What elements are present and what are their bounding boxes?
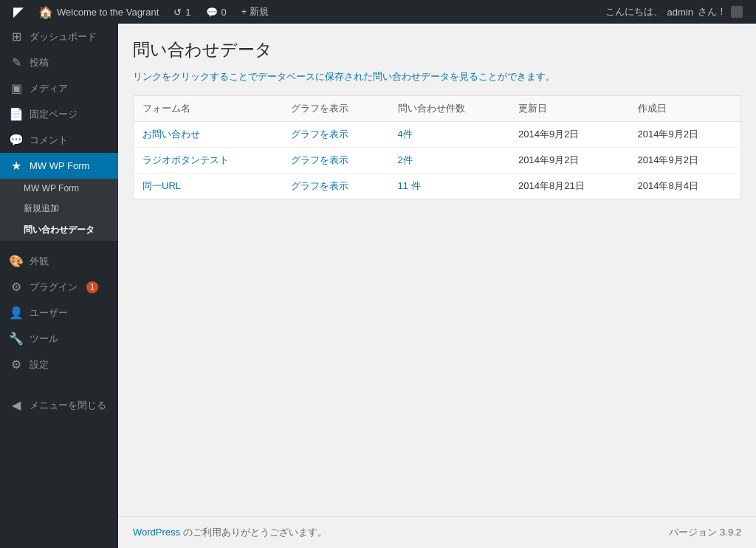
sidebar-item-tools[interactable]: 🔧 ツール — [0, 326, 118, 352]
posts-label: 投稿 — [30, 56, 49, 69]
submenu-inquiry-data[interactable]: 問い合わせデータ — [0, 219, 118, 241]
new-post-bar[interactable]: + 新規 — [234, 0, 276, 24]
media-icon: ▣ — [9, 81, 24, 95]
cell-created: 2014年9月2日 — [629, 148, 741, 174]
table-row: 同一URL グラフを表示 11 件 2014年8月21日 2014年8月4日 — [134, 174, 741, 199]
settings-label: 設定 — [30, 358, 49, 371]
collapse-label: メニューを閉じる — [30, 399, 106, 412]
inquiry-table: フォーム名 グラフを表示 問い合わせ件数 更新日 作成日 — [133, 95, 741, 199]
updates-bar[interactable]: ↺ 1 — [166, 0, 198, 24]
sidebar-collapse[interactable]: ◀ メニューを閉じる — [0, 392, 118, 418]
plugins-badge: 1 — [86, 281, 98, 293]
mwwpform-submenu: MW WP Form 新規追加 問い合わせデータ — [0, 179, 118, 241]
avatar — [731, 6, 743, 18]
collapse-icon: ◀ — [9, 398, 24, 412]
comments-label: コメント — [30, 134, 68, 147]
graph-link[interactable]: グラフを表示 — [291, 129, 348, 140]
cell-form-name: 同一URL — [134, 174, 282, 199]
table-body: お問い合わせ グラフを表示 4件 2014年9月2日 2014年9月2日 ラジオ… — [134, 122, 741, 199]
sidebar-item-plugins[interactable]: ⚙ プラグイン 1 — [0, 274, 118, 300]
home-icon: 🏠 — [38, 5, 53, 19]
cell-count: 4件 — [389, 122, 509, 148]
col-form-name: フォーム名 — [134, 96, 282, 122]
new-label: + 新規 — [241, 5, 269, 18]
cell-updated: 2014年9月2日 — [509, 122, 629, 148]
pages-label: 固定ページ — [30, 108, 78, 121]
count-link[interactable]: 4件 — [398, 129, 413, 140]
greeting-text: こんにちは、 — [605, 5, 663, 18]
sidebar-item-comments[interactable]: 💬 コメント — [0, 127, 118, 153]
form-name-link[interactable]: 同一URL — [142, 180, 181, 191]
description-text: リンクをクリックすることでデータベースに保存された問い合わせデータを見ることがで… — [133, 70, 741, 83]
footer: WordPress のご利用ありがとうございます。 バージョン 3.9.2 — [118, 516, 756, 548]
page-title: 問い合わせデータ — [133, 38, 741, 61]
cell-count: 11 件 — [389, 174, 509, 199]
cell-graph: グラフを表示 — [282, 122, 389, 148]
sidebar-item-dashboard[interactable]: ⊞ ダッシュボード — [0, 24, 118, 49]
cell-form-name: お問い合わせ — [134, 122, 282, 148]
cell-updated: 2014年9月2日 — [509, 148, 629, 174]
appearance-label: 外観 — [30, 255, 49, 268]
site-name-label: Welcome to the Vagrant — [57, 7, 159, 18]
cell-graph: グラフを表示 — [282, 148, 389, 174]
cell-created: 2014年9月2日 — [629, 122, 741, 148]
dashboard-icon: ⊞ — [9, 30, 24, 44]
footer-left: WordPress のご利用ありがとうございます。 — [133, 526, 327, 539]
table-header-row: フォーム名 グラフを表示 問い合わせ件数 更新日 作成日 — [134, 96, 741, 122]
tools-label: ツール — [30, 332, 58, 346]
graph-link[interactable]: グラフを表示 — [291, 180, 348, 191]
comments-count: 0 — [221, 7, 227, 18]
cell-created: 2014年8月4日 — [629, 174, 741, 199]
cell-count: 2件 — [389, 148, 509, 174]
plugins-icon: ⚙ — [9, 280, 24, 294]
cell-graph: グラフを表示 — [282, 174, 389, 199]
pages-icon: 📄 — [9, 107, 24, 121]
settings-icon: ⚙ — [9, 357, 24, 371]
form-name-link[interactable]: ラジオボタンテスト — [142, 154, 229, 165]
comments-icon: 💬 — [206, 7, 218, 18]
main-body: 問い合わせデータ リンクをクリックすることでデータベースに保存された問い合わせデ… — [118, 24, 756, 548]
submenu-add-new[interactable]: 新規追加 — [0, 198, 118, 219]
sidebar-item-posts[interactable]: ✎ 投稿 — [0, 49, 118, 75]
dashboard-label: ダッシュボード — [30, 30, 97, 44]
mwwpform-label: MW WP Form — [30, 160, 89, 171]
mwwpform-icon: ★ — [9, 159, 24, 173]
sidebar-item-appearance[interactable]: 🎨 外観 — [0, 248, 118, 274]
main-content: 問い合わせデータ リンクをクリックすることでデータベースに保存された問い合わせデ… — [118, 24, 756, 516]
sidebar-item-users[interactable]: 👤 ユーザー — [0, 300, 118, 326]
updates-icon: ↺ — [173, 7, 182, 18]
col-count: 問い合わせ件数 — [389, 96, 509, 122]
col-created: 作成日 — [629, 96, 741, 122]
admin-username-link[interactable]: admin — [667, 7, 693, 18]
sidebar-item-settings[interactable]: ⚙ 設定 — [0, 352, 118, 377]
sidebar-item-pages[interactable]: 📄 固定ページ — [0, 101, 118, 127]
greeting-suffix: さん！ — [698, 5, 726, 18]
graph-link[interactable]: グラフを表示 — [291, 154, 348, 165]
table-row: お問い合わせ グラフを表示 4件 2014年9月2日 2014年9月2日 — [134, 122, 741, 148]
posts-icon: ✎ — [9, 55, 24, 69]
media-label: メディア — [30, 82, 68, 95]
users-label: ユーザー — [30, 306, 68, 320]
wp-logo[interactable]: ◤ — [6, 0, 31, 24]
admin-bar: ◤ 🏠 Welcome to the Vagrant ↺ 1 💬 0 + 新規 … — [0, 0, 756, 24]
footer-left-suffix: のご利用ありがとうございます。 — [183, 527, 327, 538]
form-name-link[interactable]: お問い合わせ — [142, 129, 200, 140]
cell-form-name: ラジオボタンテスト — [134, 148, 282, 174]
col-updated: 更新日 — [509, 96, 629, 122]
comments-bar[interactable]: 💬 0 — [199, 0, 234, 24]
col-graph: グラフを表示 — [282, 96, 389, 122]
count-link[interactable]: 2件 — [398, 154, 413, 165]
admin-bar-right: こんにちは、 admin さん！ — [598, 5, 750, 18]
submenu-mwwpform[interactable]: MW WP Form — [0, 179, 118, 198]
users-icon: 👤 — [9, 306, 24, 320]
wordpress-link[interactable]: WordPress — [133, 527, 180, 538]
footer-right: バージョン 3.9.2 — [669, 526, 741, 539]
sidebar-item-media[interactable]: ▣ メディア — [0, 75, 118, 101]
updates-count: 1 — [185, 7, 190, 18]
site-name-bar[interactable]: 🏠 Welcome to the Vagrant — [31, 0, 166, 24]
tools-icon: 🔧 — [9, 332, 24, 346]
comments-sidebar-icon: 💬 — [9, 133, 24, 147]
sidebar-item-mwwpform[interactable]: ★ MW WP Form — [0, 153, 118, 179]
plugins-label: プラグイン — [30, 281, 78, 294]
count-link[interactable]: 11 件 — [398, 180, 421, 191]
